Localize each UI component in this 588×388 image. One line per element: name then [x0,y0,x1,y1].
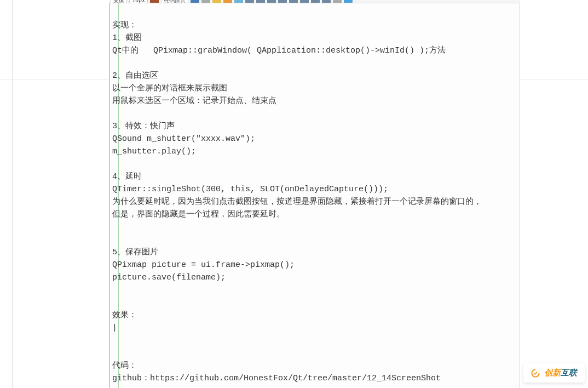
align-left-icon[interactable] [245,0,254,3]
text-line: 1、截图 [112,33,142,43]
text-line: 3、特效：快门声 [112,122,175,131]
lightning-icon[interactable] [212,0,221,3]
undo-icon[interactable] [322,0,331,3]
text-line: 但是，界面的隐藏是一个过程，因此需要延时。 [112,210,285,219]
text-line: github：https://github.com/HonestFox/Qt/t… [112,374,441,383]
outdent-icon[interactable] [311,0,320,3]
ruler-icon[interactable] [333,0,342,3]
text-line: 效果： [112,311,137,320]
text-line: 4、延时 [112,172,142,181]
watermark-text-1: 创新 [544,368,561,377]
editor-content[interactable]: 实现： 1、截图 Qt中的 QPixmap::grabWindow( QAppl… [112,7,517,385]
text-line: Qt中的 QPixmap::grabWindow( QApplication::… [112,46,446,55]
text-line: QPixmap picture = ui.frame->pixmap(); [112,260,295,270]
text-line: QTimer::singleShot(300, this, SLOT(onDel… [112,185,388,194]
list-icon[interactable] [289,0,298,3]
toolbar-size-select[interactable]: 16px [129,0,148,3]
text-line: 2、自由选区 [112,71,158,81]
toolbar-font-select[interactable]: 宋体 [111,0,127,3]
text-line: 以一个全屏的对话框来展示截图 [112,84,227,93]
check-icon[interactable] [201,0,210,3]
table-icon[interactable] [234,0,243,3]
watermark-badge: 创新互联 [523,363,585,383]
info-icon[interactable] [344,0,353,3]
text-line: picture.save(filename); [112,273,226,282]
watermark-text: 创新互联 [544,368,577,378]
watermark-text-2: 互联 [561,368,577,377]
page-left-border [12,0,13,388]
text-line: QSound m_shutter("xxxx.wav"); [112,134,255,144]
text-line: 代码： [112,361,137,370]
editor-toolbar: 宋体 16px 代码语言 [109,0,520,3]
align-justify-icon[interactable] [278,0,287,3]
align-right-icon[interactable] [267,0,276,3]
text-line: 5、保存图片 [112,248,158,257]
text-line: 为什么要延时呢，因为当我们点击截图按钮，按道理是界面隐藏，紧接着打开一个记录屏幕… [112,197,482,207]
watermark-logo-icon [531,369,540,378]
toolbar-code-lang-select[interactable]: 代码语言 [161,0,188,3]
indent-icon[interactable] [300,0,309,3]
cursor: | [112,322,117,334]
text-line: m_shutter.play(); [112,147,196,156]
text-line: 用鼠标来选区一个区域：记录开始点、结束点 [112,96,276,106]
align-center-icon[interactable] [256,0,265,3]
paste-icon[interactable] [191,0,199,3]
wand-icon[interactable] [223,0,232,3]
color-swatch-icon[interactable] [150,0,159,3]
text-line: 实现： [112,21,137,30]
